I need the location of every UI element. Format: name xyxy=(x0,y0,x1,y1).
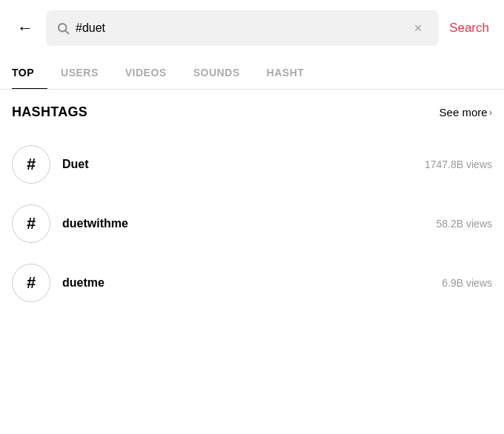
tab-top[interactable]: TOP xyxy=(12,56,47,89)
tab-hashtags[interactable]: HASHT xyxy=(253,56,318,89)
tab-users[interactable]: USERS xyxy=(47,56,112,89)
hashtag-info: Duet xyxy=(62,158,413,171)
hashtag-item[interactable]: # duetme 6.9B views xyxy=(12,253,492,313)
hashtag-name: Duet xyxy=(62,158,413,171)
hashtag-name: duetme xyxy=(62,276,430,290)
search-bar[interactable]: × xyxy=(46,10,439,46)
tab-sounds[interactable]: SOUNDS xyxy=(180,56,253,89)
main-content: HASHTAGS See more › # Duet 1747.8B views… xyxy=(0,90,504,327)
search-icon xyxy=(56,21,70,35)
tabs-bar: TOP USERS VIDEOS SOUNDS HASHT xyxy=(0,56,504,90)
see-more-label: See more xyxy=(440,106,488,118)
hashtag-icon-circle: # xyxy=(12,204,50,243)
hashtag-name: duetwithme xyxy=(62,217,425,230)
hashtag-views: 6.9B views xyxy=(442,277,492,289)
hashtags-section-header: HASHTAGS See more › xyxy=(12,104,492,120)
hashtag-icon-circle: # xyxy=(12,264,50,302)
search-button[interactable]: Search xyxy=(446,21,492,36)
hashtag-icon-circle: # xyxy=(12,145,50,184)
hash-icon: # xyxy=(27,155,36,174)
back-button[interactable]: ← xyxy=(12,15,39,41)
tab-videos[interactable]: VIDEOS xyxy=(112,56,180,89)
hashtag-item[interactable]: # duetwithme 58.2B views xyxy=(12,194,492,253)
header: ← × Search xyxy=(0,0,504,56)
clear-icon: × xyxy=(414,21,422,36)
svg-line-1 xyxy=(65,30,68,33)
hashtag-info: duetwithme xyxy=(62,217,425,230)
clear-button[interactable]: × xyxy=(408,18,428,39)
hash-icon: # xyxy=(27,273,36,293)
hashtags-section-title: HASHTAGS xyxy=(12,104,87,120)
back-arrow-icon: ← xyxy=(17,19,33,38)
chevron-right-icon: › xyxy=(489,107,492,118)
hashtag-views: 1747.8B views xyxy=(425,158,492,170)
hashtag-views: 58.2B views xyxy=(437,218,492,230)
see-more-button[interactable]: See more › xyxy=(440,106,492,118)
hashtag-item[interactable]: # Duet 1747.8B views xyxy=(12,135,492,194)
hashtags-list: # Duet 1747.8B views # duetwithme 58.2B … xyxy=(12,135,492,313)
search-input[interactable] xyxy=(76,21,402,35)
hashtag-info: duetme xyxy=(62,276,430,290)
hash-icon: # xyxy=(27,214,36,233)
